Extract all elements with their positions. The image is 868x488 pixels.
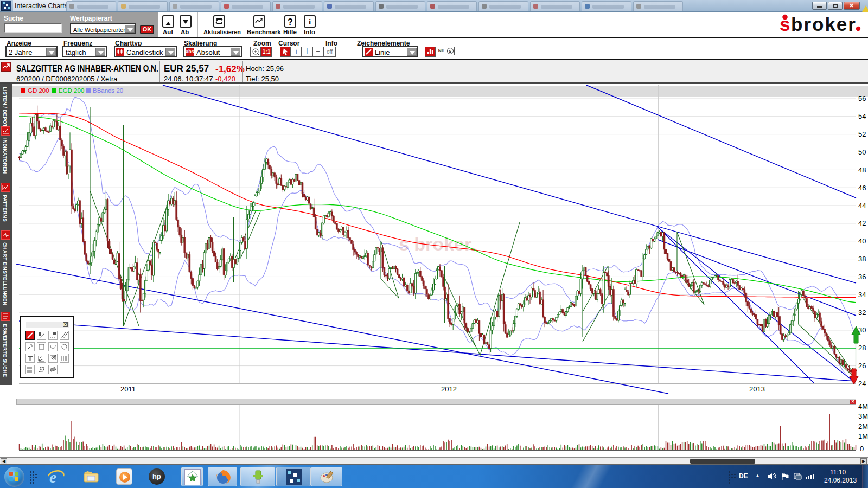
svg-text:32: 32 bbox=[858, 309, 866, 317]
svg-text:48: 48 bbox=[858, 166, 866, 174]
svg-text:2012: 2012 bbox=[441, 385, 457, 393]
svg-text:3M: 3M bbox=[858, 412, 868, 420]
svg-text:36: 36 bbox=[858, 273, 866, 281]
svg-text:42: 42 bbox=[858, 219, 866, 227]
svg-text:34: 34 bbox=[858, 291, 866, 299]
svg-text:28: 28 bbox=[858, 344, 866, 352]
svg-text:50: 50 bbox=[858, 148, 866, 156]
svg-text:26: 26 bbox=[858, 362, 866, 370]
svg-text:52: 52 bbox=[858, 130, 866, 138]
svg-text:2M: 2M bbox=[858, 422, 868, 431]
svg-text:4M: 4M bbox=[858, 402, 868, 410]
svg-text:24: 24 bbox=[858, 380, 866, 388]
svg-text:0: 0 bbox=[860, 445, 864, 453]
svg-text:s broker.: s broker. bbox=[399, 234, 476, 254]
svg-text:46: 46 bbox=[858, 184, 866, 192]
svg-text:56: 56 bbox=[858, 94, 866, 102]
svg-text:44: 44 bbox=[858, 202, 866, 210]
svg-text:40: 40 bbox=[858, 237, 866, 245]
svg-text:2013: 2013 bbox=[749, 385, 765, 393]
svg-text:1M: 1M bbox=[858, 432, 868, 440]
svg-text:38: 38 bbox=[858, 255, 866, 263]
svg-text:54: 54 bbox=[858, 112, 866, 120]
svg-text:2011: 2011 bbox=[120, 385, 136, 393]
svg-text:30: 30 bbox=[858, 326, 866, 334]
